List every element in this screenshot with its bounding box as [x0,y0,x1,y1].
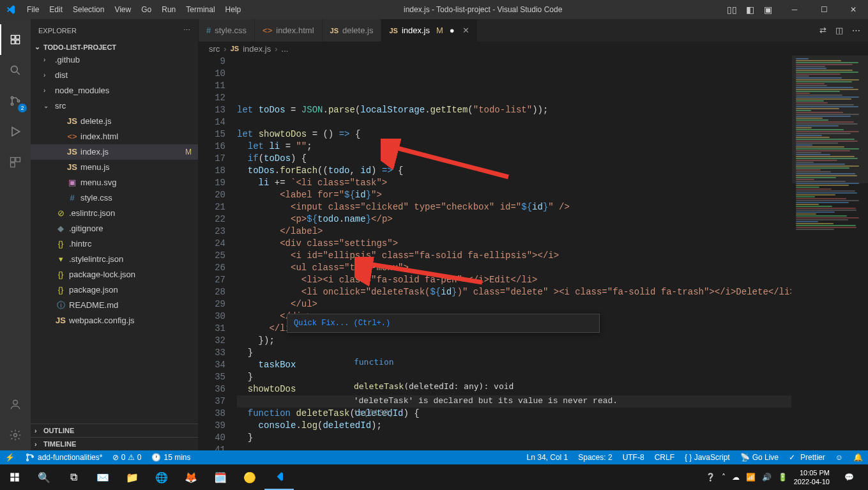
close-tab-icon[interactable]: ✕ [462,26,469,35]
crumb-file[interactable]: index.js [243,44,271,54]
main-area: 2 EXPLORER ⋯ ⌄ TODO-LIST-PROJECT ›.githu… [0,19,868,450]
menu-terminal[interactable]: Terminal [181,0,220,19]
tray-chevron-icon[interactable]: ˄ [722,473,726,482]
editor-tab[interactable]: <>index.html [255,19,322,42]
quick-fix-link[interactable]: Quick Fix... (Ctrl+.) [294,318,390,330]
file-tree-item[interactable]: ⓘREADME.md [31,298,198,313]
file-tree-item[interactable]: #style.css [31,190,198,206]
encoding-status[interactable]: UTF-8 [618,450,650,464]
go-live-button[interactable]: 📡 Go Live [735,450,784,464]
file-tree-item[interactable]: ⊘.eslintrc.json [31,206,198,221]
cursor-position[interactable]: Ln 34, Col 1 [522,450,574,464]
menu-help[interactable]: Help [220,0,247,19]
editor-tab[interactable]: JSindex.jsM●✕ [381,19,477,42]
minimap-slider[interactable] [792,56,868,183]
explorer-more-icon[interactable]: ⋯ [183,26,190,34]
file-tree-item[interactable]: ◆.gitignore [31,221,198,236]
editor-tab[interactable]: #style.css [199,19,255,42]
task-view-button[interactable]: ⧉ [59,464,88,490]
account-icon[interactable] [0,389,31,420]
menu-edit[interactable]: Edit [44,0,68,19]
timeline-section[interactable]: › TIMELINE [31,437,198,450]
menu-run[interactable]: Run [156,0,181,19]
split-editor-icon[interactable]: ◫ [835,26,843,35]
vscode-taskbar-icon[interactable] [264,464,294,490]
file-explorer-icon[interactable]: 📁 [118,464,147,490]
svg-point-2 [11,103,13,105]
explorer-view-icon[interactable] [0,24,31,55]
activity-bar: 2 [0,19,31,450]
code-editor[interactable]: 9101112131415161718192021222324252627282… [199,56,868,450]
prettier-status[interactable]: Prettier [784,450,830,464]
wakatime-status[interactable]: 🕐 15 mins [146,450,195,464]
tray-volume-icon[interactable]: 🔊 [762,473,772,482]
settings-gear-icon[interactable] [0,420,31,450]
go-live-label: Go Live [752,450,779,464]
layout-icon[interactable]: ▣ [761,3,775,17]
project-root[interactable]: ⌄ TODO-LIST-PROJECT [31,42,198,52]
file-tree-item[interactable]: ▾.stylelintrc.json [31,252,198,267]
problems-indicator[interactable]: ⊘ 0 ⚠ 0 [107,450,146,464]
source-control-icon[interactable]: 2 [0,86,31,116]
search-button[interactable]: 🔍 [29,464,59,490]
firefox-icon[interactable]: 🦊 [176,464,206,490]
hover-sig-keyword: function [354,357,394,367]
editor-tab[interactable]: JSdelete.js [323,19,382,42]
file-tree-item[interactable]: ▣menu.svg [31,175,198,190]
code-content[interactable]: let toDos = JSON.parse(localStorage.getI… [237,56,868,450]
explorer-header: EXPLORER ⋯ [31,19,198,42]
outline-section[interactable]: › OUTLINE [31,424,198,437]
file-tree-item[interactable]: {}package.json [31,282,198,298]
file-tree-item[interactable]: ⌄src [31,98,198,114]
file-tree-item[interactable]: {}.hintrc [31,236,198,252]
mail-app-icon[interactable]: ✉️ [88,464,118,490]
close-button[interactable]: ✕ [839,0,868,19]
maximize-button[interactable]: ☐ [809,0,839,19]
file-tree-item[interactable]: ›node_modules [31,83,198,98]
tray-battery-icon[interactable]: 🔋 [778,473,788,482]
start-button[interactable] [0,464,29,490]
crumb-src[interactable]: src [209,44,220,54]
crumb-symbol[interactable]: ... [282,44,289,54]
more-actions-icon[interactable]: ⋯ [852,26,860,35]
menu-view[interactable]: View [109,0,136,19]
toggle-panel-icon[interactable]: ▯▯ [725,3,739,17]
feedback-icon[interactable]: ☺ [830,450,848,464]
toggle-sidebar-icon[interactable]: ◧ [743,3,757,17]
indent-status[interactable]: Spaces: 2 [573,450,617,464]
tray-help-icon[interactable]: ❔ [706,473,715,482]
file-tree-item[interactable]: JSwebpack.config.js [31,313,198,328]
menu-selection[interactable]: Selection [68,0,109,19]
file-tree-item[interactable]: JSdelete.js [31,114,198,129]
minimize-button[interactable]: ─ [780,0,809,19]
compare-icon[interactable]: ⇄ [819,26,826,35]
outline-label: OUTLINE [43,427,74,434]
run-debug-icon[interactable] [0,116,31,147]
file-tree-item[interactable]: ›dist [31,68,198,83]
eol-status[interactable]: CRLF [650,450,680,464]
chrome-icon[interactable]: 🟡 [235,464,264,490]
notifications-icon[interactable]: 🔔 [848,450,868,464]
tray-wifi-icon[interactable]: 📶 [746,473,756,482]
file-tree[interactable]: ›.github›dist›node_modules⌄srcJSdelete.j… [31,52,198,424]
project-name: TODO-LIST-PROJECT [43,43,116,51]
remote-indicator[interactable]: ⚡ [0,450,20,464]
system-clock[interactable]: 10:05 PM 2022-04-10 [794,468,830,486]
calendar-icon[interactable]: 🗓️ [206,464,235,490]
file-tree-item[interactable]: JSmenu.js [31,160,198,175]
file-tree-item[interactable]: JSindex.jsM [31,144,198,160]
menu-file[interactable]: File [22,0,44,19]
language-mode[interactable]: { } JavaScript [680,450,735,464]
extensions-icon[interactable] [0,147,31,178]
file-tree-item[interactable]: ›.github [31,52,198,68]
action-center-icon[interactable]: 💬 [836,464,862,490]
git-branch[interactable]: add-functionalities* [20,450,107,464]
search-view-icon[interactable] [0,55,31,86]
tray-onedrive-icon[interactable]: ☁ [732,473,740,482]
menu-go[interactable]: Go [136,0,156,19]
edge-icon[interactable]: 🌐 [147,464,176,490]
file-tree-item[interactable]: {}package-lock.json [31,267,198,282]
breadcrumbs[interactable]: src › JS index.js › ... [199,42,868,56]
file-tree-item[interactable]: <>index.html [31,129,198,144]
minimap[interactable] [791,56,868,450]
